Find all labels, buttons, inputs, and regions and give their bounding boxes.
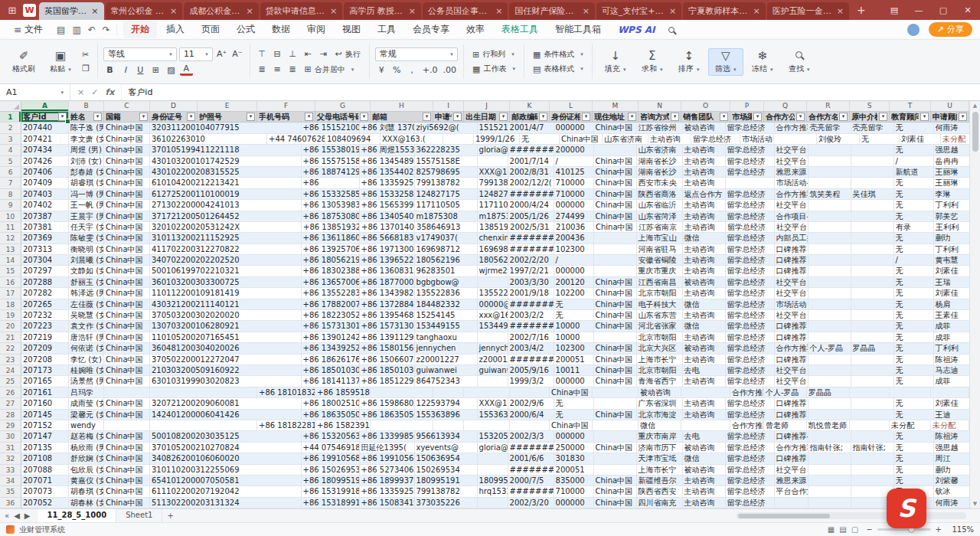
normal-view-icon[interactable]: ▦ [828,525,835,534]
cell[interactable]: 留学总经济 [726,167,775,178]
cell[interactable]: 留学总经济 [726,244,775,255]
cell[interactable]: 合作方推荐 [775,123,808,133]
conditional-format-button[interactable]: ▦ 条件格式 [530,48,586,60]
cell[interactable]: China中国 [104,145,150,155]
cell[interactable] [242,200,302,211]
tab-close-icon[interactable]: × [837,6,844,16]
scroll-up-icon[interactable]: ▲ [973,101,977,110]
column-header-J[interactable]: J [464,101,510,111]
cell[interactable] [242,178,302,188]
cell[interactable] [851,178,894,188]
cell[interactable] [808,410,851,420]
cell[interactable]: 130703200106280921 [150,321,242,332]
cell[interactable]: tanghaoxu [415,332,478,343]
cell[interactable]: China中国 [104,299,150,310]
cell[interactable]: XXX@163.( [381,134,443,145]
cell[interactable]: 000000 [554,200,594,211]
font-color-button[interactable]: A [180,64,193,76]
cell[interactable]: 207165 [21,376,69,387]
filter-dropdown-icon[interactable]: ▾ [187,113,195,121]
menu-tab-数据[interactable]: 数据 [264,21,298,38]
cell[interactable] [198,387,257,398]
cell[interactable]: 四川省南充 [637,498,683,508]
font-name-select[interactable]: 等线 [103,47,177,61]
cell[interactable]: 赵若梅 (女 [69,431,104,442]
cell[interactable] [478,465,508,476]
cell[interactable]: 被动咨询 [683,123,726,133]
cell[interactable]: 1997/2/21 [508,266,554,276]
cell[interactable] [242,277,302,288]
cell[interactable] [242,288,302,299]
cell[interactable]: +86 18101832 [257,387,315,398]
cell[interactable]: China中国 [104,244,150,255]
formula-input[interactable]: 客户id [122,87,980,98]
cell[interactable]: wendy [69,420,104,431]
cell[interactable]: 留学总经济 [726,376,775,387]
cell[interactable]: China中国 [594,365,637,376]
cell[interactable]: 留学总经济 [726,299,775,310]
cell[interactable]: 96283501 [415,266,478,276]
cell[interactable]: 被动咨询 [683,443,726,453]
cell[interactable]: 王一帆 (男 [69,200,104,211]
align-center-button[interactable]: ≡ [271,63,284,76]
cell[interactable] [443,134,474,145]
cell[interactable]: 丁利利 [934,343,969,354]
cell[interactable]: +86 1533258500 [360,189,415,200]
cell[interactable]: 370502200012272047 [150,355,242,365]
cell[interactable]: China中国 [594,498,637,508]
cell[interactable]: China中国 [104,365,150,376]
cell[interactable]: 370105199411221118 [150,145,242,155]
cell[interactable]: 强思越 [934,443,969,453]
cell[interactable]: 蒯玏 [934,465,969,476]
filter-dropdown-icon[interactable]: ▾ [796,113,805,121]
cell[interactable]: 留学总经济 [726,222,775,233]
cell[interactable]: 湖南省长沙 [637,167,683,178]
cell[interactable]: +86 1565399710 [360,200,415,211]
cell[interactable]: 西安市未央 [637,178,683,188]
cell[interactable]: 微信 [683,299,726,310]
row-header-15[interactable]: 15 [0,266,21,276]
cell[interactable]: +86 15332585 [302,189,360,200]
cell[interactable]: 612725200110100019 [150,189,242,200]
cell[interactable] [242,498,302,508]
cell[interactable]: +86 1370140948 [360,222,415,233]
cell[interactable]: +86 18223052 [302,310,360,321]
cell[interactable]: +86 15731301 [302,321,360,332]
header-cell[interactable]: 身份证号▾ [150,112,198,123]
tab-close-icon[interactable]: × [495,6,502,16]
cell[interactable]: hrq153199 [478,486,508,497]
cell[interactable]: 陕西省商洛 [637,189,683,200]
cell[interactable]: 社交平台 [775,277,808,288]
cell[interactable] [242,244,302,255]
cell[interactable]: +86 1360831276 [360,266,415,276]
cell[interactable]: 筑笑美程 [808,189,851,200]
cell[interactable]: 10011 [554,365,594,376]
cell[interactable]: 岳冉冉 [934,156,969,167]
cell[interactable]: 留学总经济 [726,123,775,133]
cell[interactable]: 个人-罗晶 [764,387,807,398]
cell[interactable]: 刘素佳 [934,266,969,276]
cell[interactable] [242,310,302,321]
cell[interactable]: 200000 [554,145,594,155]
cell[interactable] [242,167,302,178]
cell[interactable]: China中国 [594,476,637,486]
row-header-2[interactable]: 2 [0,123,21,133]
cell[interactable]: 2000/6/4 [508,410,554,420]
header-cell[interactable]: 市场渠道▾ [730,112,764,123]
cell[interactable]: 钦冰 [934,486,969,497]
cell[interactable]: China中国 [594,123,637,133]
cell[interactable]: 2002/8/31 [508,167,554,178]
number-format-select[interactable]: 常规 [375,47,458,61]
header-cell[interactable]: 护照号▾ [198,112,257,123]
cell[interactable]: 口碑推荐 [775,266,808,276]
cell[interactable] [808,266,851,276]
cell[interactable]: China中国 [104,321,150,332]
cell[interactable] [850,387,890,398]
filter-dropdown-icon[interactable]: ▾ [839,113,848,121]
cell[interactable]: 无 [520,134,560,145]
cell[interactable]: 15254145 [415,310,478,321]
cell[interactable]: 371721200501264452 [150,211,242,222]
cell[interactable]: 陈祖涛 [934,431,969,442]
cell[interactable]: 舒欣娴 (女 [69,453,104,464]
cell[interactable]: 主动咨询 [683,486,726,497]
